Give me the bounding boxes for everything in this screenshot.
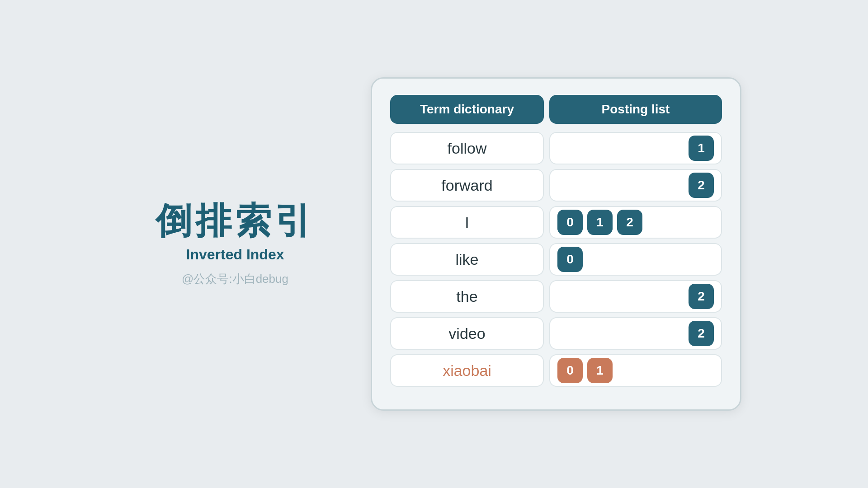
chinese-title: 倒排索引 (156, 201, 315, 241)
posting-badge: 1 (587, 358, 613, 383)
left-section: 倒排索引 Inverted Index @公众号:小白debug (127, 201, 344, 287)
posting-cell-the: 2 (549, 280, 722, 313)
term-cell-like: like (390, 243, 544, 276)
posting-cell-video: 2 (549, 317, 722, 350)
table-row: the2 (390, 280, 722, 313)
term-cell-I: I (390, 206, 544, 239)
posting-cell-like: 0 (549, 243, 722, 276)
table-row: I012 (390, 206, 722, 239)
table-header-row: Term dictionary Posting list (390, 95, 722, 124)
posting-cell-follow: 1 (549, 132, 722, 164)
posting-badge: 0 (557, 247, 583, 272)
posting-cell-I: 012 (549, 206, 722, 239)
table-body: follow1forward2I012like0the2video2xiaoba… (390, 132, 722, 387)
subtitle: @公众号:小白debug (182, 271, 288, 287)
table-row: forward2 (390, 169, 722, 202)
posting-badge: 2 (617, 210, 642, 235)
posting-badge: 2 (689, 321, 714, 346)
english-title: Inverted Index (186, 246, 284, 263)
term-cell-xiaobai: xiaobai (390, 354, 544, 387)
posting-badge: 1 (587, 210, 613, 235)
term-cell-forward: forward (390, 169, 544, 202)
term-cell-follow: follow (390, 132, 544, 164)
header-term-dictionary: Term dictionary (390, 95, 544, 124)
posting-badge: 0 (557, 358, 583, 383)
table-row: like0 (390, 243, 722, 276)
header-posting-list: Posting list (549, 95, 722, 124)
posting-badge: 1 (689, 136, 714, 161)
table-row: follow1 (390, 132, 722, 164)
page-wrapper: 倒排索引 Inverted Index @公众号:小白debug Term di… (0, 0, 868, 488)
term-cell-the: the (390, 280, 544, 313)
posting-cell-xiaobai: 01 (549, 354, 722, 387)
posting-badge: 0 (557, 210, 583, 235)
table-row: xiaobai01 (390, 354, 722, 387)
posting-cell-forward: 2 (549, 169, 722, 202)
inverted-index-card: Term dictionary Posting list follow1forw… (371, 77, 741, 411)
term-cell-video: video (390, 317, 544, 350)
table-row: video2 (390, 317, 722, 350)
posting-badge: 2 (689, 284, 714, 309)
posting-badge: 2 (689, 173, 714, 198)
